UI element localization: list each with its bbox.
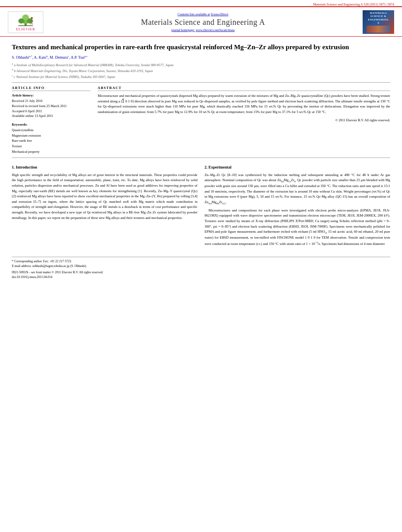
keyword-3: Rare-earth free <box>12 138 91 144</box>
journal-title: Materials Science and Engineering A <box>47 18 359 27</box>
body-section: 1. Introduction High specific strength a… <box>12 164 390 249</box>
svg-point-4 <box>22 15 29 20</box>
abstract-heading: ABSTRACT <box>98 86 390 91</box>
intro-title: 1. Introduction <box>12 164 198 171</box>
footnote-corresponding: * Corresponding author. Fax: +81 22 217 … <box>12 259 390 264</box>
affiliation-c: c c National Institute for Material Scie… <box>12 74 390 80</box>
keyword-1: Quasicrystalline <box>12 128 91 133</box>
footnote-email: E-mail address: sohhashi@tagen.tohoku.ac… <box>12 264 390 269</box>
svg-line-11 <box>32 22 33 25</box>
divider-1 <box>12 82 390 83</box>
intro-title-text: Introduction <box>16 165 37 169</box>
article-info-heading: ARTICLE INFO <box>12 86 91 91</box>
affiliations: a a Institute of Multidisciplinary Resea… <box>12 62 390 79</box>
journal-logo-right: MATERIALSSCIENCE &ENGINEERINGA <box>363 10 394 34</box>
experimental-col: 2. Experimental Zn–Mg–Zr Qc [8–10] was s… <box>205 164 391 249</box>
journal-ref: Materials Science and Engineering A 528 … <box>313 2 394 6</box>
contents-text: Contents lists available at <box>178 13 210 16</box>
authors-text: S. Ohhashia,*, A. Katob, M. Demurac, A.P… <box>12 55 87 59</box>
received-date: Received 21 July 2010 <box>12 98 91 104</box>
experimental-number: 2. <box>205 165 208 169</box>
keywords-list: Quasicrystalline Magnesium extrusion Rar… <box>12 128 91 154</box>
journal-center: Contents lists available at ScienceDirec… <box>47 13 359 32</box>
sciencedirect-label[interactable]: ScienceDirect <box>211 13 228 16</box>
sciencedirect-link: Contents lists available at ScienceDirec… <box>47 13 359 16</box>
revised-date: Received in revised form 25 March 2011 <box>12 104 91 109</box>
svg-point-6 <box>31 17 33 19</box>
article-info-col: ARTICLE INFO Article history: Received 2… <box>12 86 91 154</box>
article-title: Textures and mechanical properties in ra… <box>12 43 390 52</box>
intro-text: High specific strength and recyclability… <box>12 172 198 221</box>
accepted-date: Accepted 6 April 2011 <box>12 109 91 114</box>
homepage-url[interactable]: www.elsevier.com/locate/msea <box>196 28 235 32</box>
masthead: ELSEVIER Contents lists available at Sci… <box>0 6 402 37</box>
abstract-col: ABSTRACT Microstructure and mechanical p… <box>98 86 390 154</box>
journal-header: Materials Science and Engineering A 528 … <box>0 0 402 6</box>
experimental-title: 2. Experimental <box>205 164 391 171</box>
copyright: © 2011 Elsevier B.V. All rights reserved… <box>98 118 390 122</box>
elsevier-label: ELSEVIER <box>16 28 35 31</box>
elsevier-logo: ELSEVIER <box>8 11 43 33</box>
elsevier-tree-icon <box>14 13 37 27</box>
journal-homepage: journal homepage: www.elsevier.com/locat… <box>47 28 359 32</box>
keyword-2: Magnesium extrusion <box>12 133 91 139</box>
abstract-text: Microstructure and mechanical properties… <box>98 93 390 115</box>
authors-line: S. Ohhashia,*, A. Katob, M. Demurac, A.P… <box>12 55 390 59</box>
keyword-5: Mechanical property <box>12 149 91 155</box>
keywords-label: Keywords: <box>12 122 91 126</box>
divider-2 <box>12 158 390 158</box>
svg-rect-5 <box>19 25 33 26</box>
page: Materials Science and Engineering A 528 … <box>0 0 402 532</box>
intro-number: 1. <box>12 165 15 169</box>
history-label: Article history: <box>12 93 91 97</box>
body-two-col: 1. Introduction High specific strength a… <box>12 164 390 249</box>
affiliation-a: a a Institute of Multidisciplinary Resea… <box>12 62 390 68</box>
affiliation-b: b b Advanced Materials Engineering. Div,… <box>12 68 390 74</box>
keyword-4: Texture <box>12 144 91 149</box>
online-date: Available online 13 April 2011 <box>12 113 91 119</box>
info-abstract-section: ARTICLE INFO Article history: Received 2… <box>12 86 390 154</box>
introduction-col: 1. Introduction High specific strength a… <box>12 164 198 249</box>
experimental-title-text: Experimental <box>209 165 232 169</box>
experimental-text: Zn–Mg–Zr Qc [8–10] was synthesized by th… <box>205 172 391 247</box>
footnote-doi: doi:10.1016/j.msea.2011.04.014 <box>12 275 390 280</box>
journal-logo-text: MATERIALSSCIENCE &ENGINEERINGA <box>368 11 389 25</box>
footnote-issn: 0921-5093/$ – see front matter © 2011 El… <box>12 270 390 275</box>
content: Textures and mechanical properties in ra… <box>0 37 402 286</box>
footnote-area: * Corresponding author. Fax: +81 22 217 … <box>12 257 390 280</box>
